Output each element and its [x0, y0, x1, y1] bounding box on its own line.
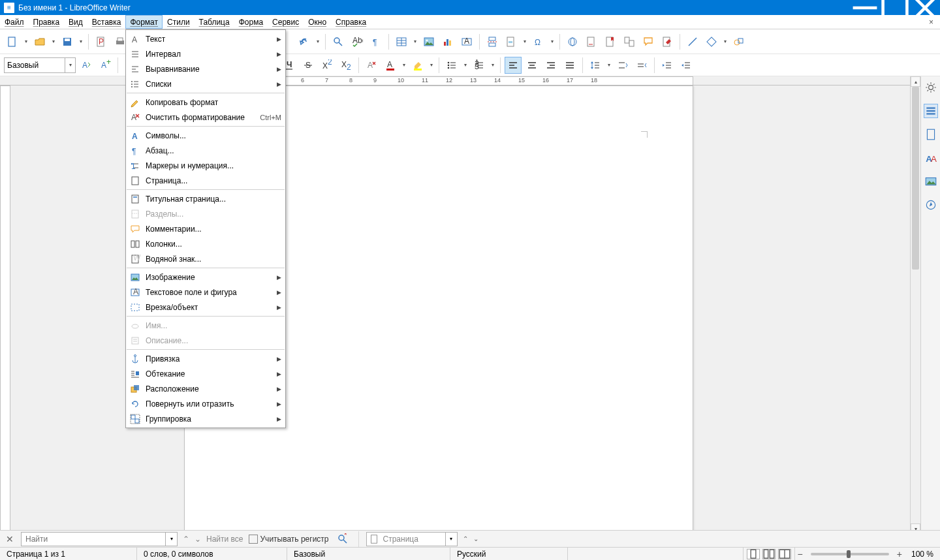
table-icon[interactable] — [393, 33, 410, 50]
menu-вид[interactable]: Вид — [64, 15, 87, 29]
hyperlink-icon[interactable] — [564, 33, 581, 50]
paragraph-style-dropdown[interactable]: ▾ — [65, 58, 75, 72]
font-color-dropdown[interactable]: ▾ — [401, 62, 407, 68]
menu-правка[interactable]: Правка — [29, 15, 65, 29]
increase-spacing-icon[interactable] — [614, 57, 631, 74]
find-dropdown[interactable]: ▾ — [165, 533, 177, 546]
line-icon[interactable] — [684, 33, 701, 50]
menuitem-list[interactable]: Списки▶ — [126, 76, 285, 91]
decrease-indent-icon[interactable] — [678, 57, 695, 74]
menuitem-watermark[interactable]: WВодяной знак... — [126, 251, 285, 266]
menu-окно[interactable]: Окно — [304, 15, 331, 29]
menuitem-clear-format[interactable]: AОчистить форматированиеCtrl+M — [126, 110, 285, 125]
formatting-marks-icon[interactable]: ¶ — [368, 33, 384, 50]
menuitem-wrap[interactable]: Обтекание▶ — [126, 366, 285, 381]
clear-format-icon[interactable]: A — [363, 57, 380, 74]
special-char-icon[interactable]: Ω — [530, 33, 547, 50]
paragraph-style-input[interactable] — [5, 58, 65, 72]
menu-таблица[interactable]: Таблица — [195, 15, 234, 29]
new-dropdown[interactable]: ▾ — [23, 39, 29, 44]
scroll-thumb[interactable] — [912, 87, 919, 270]
sidebar-page-icon[interactable] — [924, 127, 938, 142]
track-changes-icon[interactable] — [659, 33, 676, 50]
vertical-ruler[interactable] — [0, 86, 10, 534]
find-close-icon[interactable]: ✕ — [4, 533, 16, 545]
nav-next-icon[interactable]: ⌄ — [473, 535, 478, 542]
save-dropdown[interactable]: ▾ — [78, 39, 84, 44]
navigate-input[interactable] — [379, 535, 445, 544]
insert-textbox-icon[interactable]: A — [458, 33, 475, 50]
view-single-icon[interactable] — [747, 549, 760, 559]
menuitem-rotate[interactable]: Повернуть или отразить▶ — [126, 396, 285, 411]
menu-сервис[interactable]: Сервис — [268, 15, 304, 29]
status-page[interactable]: Страница 1 из 1 — [0, 548, 137, 560]
strikethrough-icon[interactable]: S — [300, 57, 317, 74]
open-icon[interactable] — [31, 33, 48, 50]
number-dropdown[interactable]: ▾ — [490, 62, 496, 68]
find-combo[interactable]: ▾ — [21, 532, 178, 546]
sidebar-settings-icon[interactable] — [924, 80, 938, 95]
font-color-icon[interactable]: A — [382, 57, 399, 74]
match-case-checkbox[interactable]: Учитывать регистр — [249, 535, 329, 544]
menuitem-textbox[interactable]: AТекстовое поле и фигура▶ — [126, 285, 285, 300]
view-book-icon[interactable] — [778, 549, 791, 559]
increase-indent-icon[interactable] — [659, 57, 676, 74]
menu-форма[interactable]: Форма — [234, 15, 268, 29]
open-dropdown[interactable]: ▾ — [50, 39, 57, 44]
spellcheck-icon[interactable]: Abc — [349, 33, 366, 50]
sidebar-navigator-icon[interactable] — [924, 198, 938, 212]
document-close-icon[interactable]: × — [922, 15, 940, 29]
status-style[interactable]: Базовый — [287, 548, 450, 560]
status-words[interactable]: 0 слов, 0 символов — [137, 548, 287, 560]
page-break-icon[interactable] — [484, 33, 501, 50]
bookmark-icon[interactable] — [602, 33, 619, 50]
superscript-icon[interactable]: X2 — [319, 57, 336, 74]
insert-field-icon[interactable] — [503, 33, 520, 50]
menu-формат[interactable]: Формат — [125, 15, 163, 29]
menuitem-bullets[interactable]: 1Маркеры и нумерация... — [126, 158, 285, 173]
find-icon[interactable] — [330, 33, 347, 50]
menuitem-titlepage[interactable]: Титульная страница... — [126, 191, 285, 206]
align-right-icon[interactable] — [542, 57, 559, 74]
find-prev-icon[interactable]: ⌃ — [183, 535, 189, 544]
save-icon[interactable] — [59, 33, 76, 50]
menu-вставка[interactable]: Вставка — [87, 15, 126, 29]
menuitem-text[interactable]: AТекст▶ — [126, 31, 285, 46]
navigate-dropdown[interactable]: ▾ — [445, 533, 457, 546]
export-pdf-icon[interactable]: P — [93, 33, 110, 50]
decrease-spacing-icon[interactable] — [633, 57, 650, 74]
number-list-icon[interactable]: 123 — [471, 57, 488, 74]
undo-icon[interactable] — [296, 33, 313, 50]
menu-файл[interactable]: Файл — [0, 15, 29, 29]
find-next-icon[interactable]: ⌄ — [195, 535, 201, 544]
status-zoom[interactable]: 100 % — [905, 548, 940, 560]
undo-dropdown[interactable]: ▾ — [315, 39, 321, 44]
menuitem-spacing[interactable]: Интервал▶ — [126, 46, 285, 61]
subscript-icon[interactable]: X2 — [337, 57, 354, 74]
align-justify-icon[interactable] — [561, 57, 578, 74]
vertical-scrollbar[interactable]: ▴ ▾ — [910, 76, 920, 534]
menuitem-image[interactable]: Изображение▶ — [126, 270, 285, 285]
highlight-icon[interactable] — [409, 57, 426, 74]
zoom-out-icon[interactable]: − — [795, 549, 806, 559]
menuitem-columns[interactable]: Колонки... — [126, 236, 285, 251]
navigate-combo[interactable]: ▾ — [366, 532, 458, 546]
insert-image-icon[interactable] — [420, 33, 437, 50]
menuitem-paragraph[interactable]: ¶Абзац... — [126, 143, 285, 158]
view-multi-icon[interactable] — [762, 549, 776, 559]
maximize-button[interactable] — [880, 0, 910, 15]
status-insert[interactable] — [568, 548, 744, 560]
field-dropdown[interactable]: ▾ — [522, 39, 528, 44]
find-all-label[interactable]: Найти все — [206, 535, 243, 544]
cross-ref-icon[interactable] — [621, 33, 638, 50]
status-language[interactable]: Русский — [450, 548, 568, 560]
highlight-dropdown[interactable]: ▾ — [428, 62, 435, 68]
paragraph-style-combo[interactable]: ▾ — [4, 57, 76, 73]
align-left-icon[interactable] — [505, 57, 522, 74]
bullet-list-icon[interactable] — [443, 57, 460, 74]
find-options-icon[interactable]: * — [334, 531, 351, 548]
update-style-icon[interactable]: A — [78, 57, 95, 74]
new-style-icon[interactable]: A+ — [97, 57, 114, 74]
new-icon[interactable] — [4, 33, 21, 50]
zoom-slider[interactable] — [811, 553, 889, 555]
